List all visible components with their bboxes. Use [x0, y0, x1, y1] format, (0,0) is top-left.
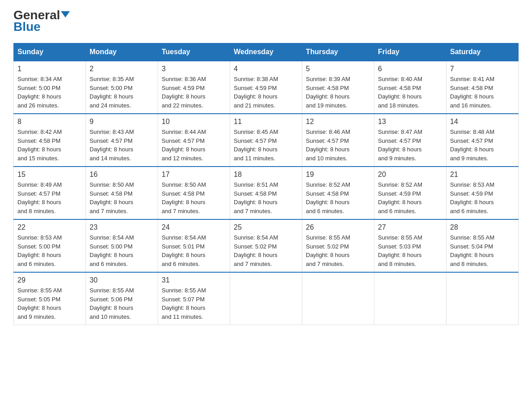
logo-blue: Blue [13, 20, 41, 34]
day-info: Sunrise: 8:45 AM Sunset: 4:57 PM Dayligh… [234, 128, 298, 163]
header-day-wednesday: Wednesday [230, 43, 302, 61]
calendar-cell: 7 Sunrise: 8:41 AM Sunset: 4:58 PM Dayli… [446, 61, 519, 114]
day-info: Sunrise: 8:47 AM Sunset: 4:57 PM Dayligh… [378, 128, 442, 163]
calendar-cell: 24 Sunrise: 8:54 AM Sunset: 5:01 PM Dayl… [158, 219, 230, 272]
day-info: Sunrise: 8:55 AM Sunset: 5:03 PM Dayligh… [378, 233, 442, 268]
day-number: 1 [17, 65, 82, 73]
calendar-cell [230, 272, 302, 325]
day-info: Sunrise: 8:40 AM Sunset: 4:58 PM Dayligh… [378, 75, 442, 110]
day-info: Sunrise: 8:43 AM Sunset: 4:57 PM Dayligh… [90, 128, 154, 163]
day-info: Sunrise: 8:41 AM Sunset: 4:58 PM Dayligh… [450, 75, 515, 110]
day-info: Sunrise: 8:35 AM Sunset: 5:00 PM Dayligh… [90, 75, 154, 110]
calendar-cell: 11 Sunrise: 8:45 AM Sunset: 4:57 PM Dayl… [230, 114, 302, 167]
calendar-cell: 22 Sunrise: 8:53 AM Sunset: 5:00 PM Dayl… [14, 219, 86, 272]
page-header: General Blue [13, 9, 519, 34]
week-row-3: 15 Sunrise: 8:49 AM Sunset: 4:57 PM Dayl… [14, 167, 519, 219]
day-info: Sunrise: 8:54 AM Sunset: 5:01 PM Dayligh… [162, 233, 226, 268]
calendar-cell: 10 Sunrise: 8:44 AM Sunset: 4:57 PM Dayl… [158, 114, 230, 167]
day-number: 19 [306, 171, 370, 179]
week-row-4: 22 Sunrise: 8:53 AM Sunset: 5:00 PM Dayl… [14, 219, 519, 272]
day-info: Sunrise: 8:38 AM Sunset: 4:59 PM Dayligh… [234, 75, 298, 110]
calendar-header: SundayMondayTuesdayWednesdayThursdayFrid… [14, 43, 519, 61]
week-row-5: 29 Sunrise: 8:55 AM Sunset: 5:05 PM Dayl… [14, 272, 519, 325]
day-info: Sunrise: 8:44 AM Sunset: 4:57 PM Dayligh… [162, 128, 226, 163]
day-number: 8 [17, 118, 82, 126]
day-number: 17 [162, 171, 226, 179]
calendar-cell: 28 Sunrise: 8:55 AM Sunset: 5:04 PM Dayl… [446, 219, 519, 272]
header-day-sunday: Sunday [14, 43, 86, 61]
calendar-cell: 1 Sunrise: 8:34 AM Sunset: 5:00 PM Dayli… [14, 61, 86, 114]
day-number: 22 [17, 223, 82, 231]
day-number: 2 [90, 65, 154, 73]
day-number: 14 [450, 118, 515, 126]
calendar-cell [446, 272, 519, 325]
calendar-cell: 13 Sunrise: 8:47 AM Sunset: 4:57 PM Dayl… [374, 114, 446, 167]
day-info: Sunrise: 8:55 AM Sunset: 5:04 PM Dayligh… [450, 233, 515, 268]
calendar-cell: 30 Sunrise: 8:55 AM Sunset: 5:06 PM Dayl… [86, 272, 158, 325]
day-number: 11 [234, 118, 298, 126]
day-info: Sunrise: 8:51 AM Sunset: 4:58 PM Dayligh… [234, 180, 298, 215]
day-number: 27 [378, 223, 442, 231]
day-number: 18 [234, 171, 298, 179]
calendar-cell: 15 Sunrise: 8:49 AM Sunset: 4:57 PM Dayl… [14, 167, 86, 219]
header-day-saturday: Saturday [446, 43, 519, 61]
calendar-cell: 17 Sunrise: 8:50 AM Sunset: 4:58 PM Dayl… [158, 167, 230, 219]
day-number: 3 [162, 65, 226, 73]
day-number: 5 [306, 65, 370, 73]
calendar-cell: 12 Sunrise: 8:46 AM Sunset: 4:57 PM Dayl… [302, 114, 374, 167]
day-number: 7 [450, 65, 515, 73]
day-number: 13 [378, 118, 442, 126]
day-info: Sunrise: 8:46 AM Sunset: 4:57 PM Dayligh… [306, 128, 370, 163]
calendar-cell: 29 Sunrise: 8:55 AM Sunset: 5:05 PM Dayl… [14, 272, 86, 325]
day-number: 21 [450, 171, 515, 179]
calendar-cell: 18 Sunrise: 8:51 AM Sunset: 4:58 PM Dayl… [230, 167, 302, 219]
header-row: SundayMondayTuesdayWednesdayThursdayFrid… [14, 43, 519, 61]
day-info: Sunrise: 8:49 AM Sunset: 4:57 PM Dayligh… [17, 180, 82, 215]
calendar-cell: 3 Sunrise: 8:36 AM Sunset: 4:59 PM Dayli… [158, 61, 230, 114]
calendar-cell: 27 Sunrise: 8:55 AM Sunset: 5:03 PM Dayl… [374, 219, 446, 272]
day-number: 31 [162, 276, 226, 284]
day-info: Sunrise: 8:52 AM Sunset: 4:58 PM Dayligh… [306, 180, 370, 215]
day-info: Sunrise: 8:52 AM Sunset: 4:59 PM Dayligh… [378, 180, 442, 215]
week-row-2: 8 Sunrise: 8:42 AM Sunset: 4:58 PM Dayli… [14, 114, 519, 167]
day-number: 25 [234, 223, 298, 231]
day-info: Sunrise: 8:55 AM Sunset: 5:05 PM Dayligh… [17, 286, 82, 321]
day-number: 9 [90, 118, 154, 126]
calendar-body: 1 Sunrise: 8:34 AM Sunset: 5:00 PM Dayli… [14, 61, 519, 325]
day-number: 30 [90, 276, 154, 284]
day-info: Sunrise: 8:50 AM Sunset: 4:58 PM Dayligh… [162, 180, 226, 215]
calendar-cell: 2 Sunrise: 8:35 AM Sunset: 5:00 PM Dayli… [86, 61, 158, 114]
header-day-friday: Friday [374, 43, 446, 61]
header-day-tuesday: Tuesday [158, 43, 230, 61]
calendar-cell: 23 Sunrise: 8:54 AM Sunset: 5:00 PM Dayl… [86, 219, 158, 272]
day-number: 16 [90, 171, 154, 179]
day-info: Sunrise: 8:55 AM Sunset: 5:02 PM Dayligh… [306, 233, 370, 268]
day-number: 4 [234, 65, 298, 73]
day-number: 20 [378, 171, 442, 179]
day-number: 10 [162, 118, 226, 126]
calendar-cell: 5 Sunrise: 8:39 AM Sunset: 4:58 PM Dayli… [302, 61, 374, 114]
day-info: Sunrise: 8:53 AM Sunset: 4:59 PM Dayligh… [450, 180, 515, 215]
day-number: 23 [90, 223, 154, 231]
week-row-1: 1 Sunrise: 8:34 AM Sunset: 5:00 PM Dayli… [14, 61, 519, 114]
calendar-table: SundayMondayTuesdayWednesdayThursdayFrid… [13, 43, 519, 325]
calendar-cell: 14 Sunrise: 8:48 AM Sunset: 4:57 PM Dayl… [446, 114, 519, 167]
day-info: Sunrise: 8:53 AM Sunset: 5:00 PM Dayligh… [17, 233, 82, 268]
calendar-cell: 20 Sunrise: 8:52 AM Sunset: 4:59 PM Dayl… [374, 167, 446, 219]
day-number: 26 [306, 223, 370, 231]
day-number: 12 [306, 118, 370, 126]
calendar-cell: 21 Sunrise: 8:53 AM Sunset: 4:59 PM Dayl… [446, 167, 519, 219]
day-number: 29 [17, 276, 82, 284]
calendar-cell [302, 272, 374, 325]
calendar-cell: 9 Sunrise: 8:43 AM Sunset: 4:57 PM Dayli… [86, 114, 158, 167]
calendar-cell: 6 Sunrise: 8:40 AM Sunset: 4:58 PM Dayli… [374, 61, 446, 114]
calendar-cell: 16 Sunrise: 8:50 AM Sunset: 4:58 PM Dayl… [86, 167, 158, 219]
calendar-cell [374, 272, 446, 325]
calendar-cell: 8 Sunrise: 8:42 AM Sunset: 4:58 PM Dayli… [14, 114, 86, 167]
day-number: 6 [378, 65, 442, 73]
day-info: Sunrise: 8:39 AM Sunset: 4:58 PM Dayligh… [306, 75, 370, 110]
day-number: 28 [450, 223, 515, 231]
day-info: Sunrise: 8:48 AM Sunset: 4:57 PM Dayligh… [450, 128, 515, 163]
calendar-cell: 19 Sunrise: 8:52 AM Sunset: 4:58 PM Dayl… [302, 167, 374, 219]
day-number: 15 [17, 171, 82, 179]
